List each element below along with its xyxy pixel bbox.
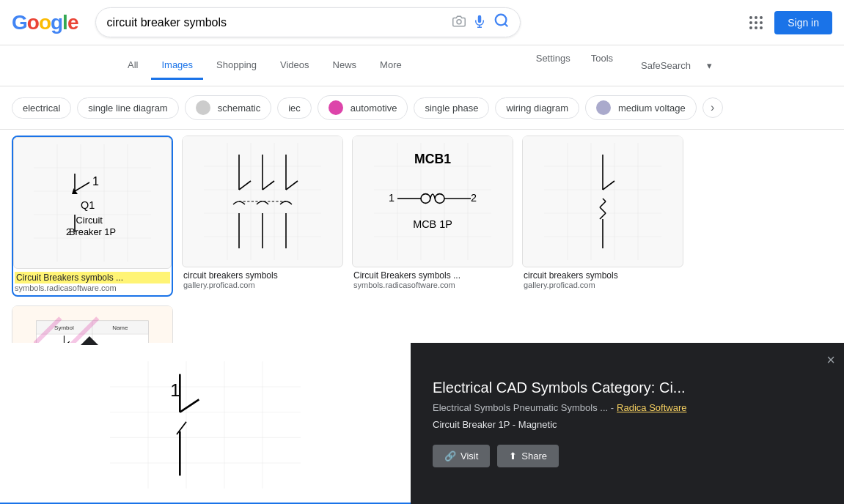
google-logo: Google	[12, 11, 78, 34]
apps-icon[interactable]	[749, 16, 763, 29]
share-icon: ⬆	[509, 451, 517, 462]
visit-label: Visit	[460, 451, 478, 462]
svg-line-19	[75, 182, 89, 191]
svg-text:Q1: Q1	[81, 199, 95, 211]
overlay-subtitle: Electrical Symbols Pneumatic Symbols ...…	[433, 402, 822, 413]
chip-medium-voltage[interactable]: medium voltage	[585, 95, 697, 120]
search-icons	[452, 12, 510, 32]
image-source-3: symbols.radicasoftware.com	[353, 281, 512, 289]
image-title-4: circuit breakers symbols	[524, 270, 682, 281]
chip-schematic[interactable]: schematic	[185, 95, 272, 120]
svg-text:Name: Name	[112, 325, 128, 331]
chip-label: electrical	[23, 103, 60, 114]
svg-line-68	[600, 207, 606, 213]
chip-single-phase[interactable]: single phase	[414, 97, 489, 119]
image-source-1: symbols.radicasoftware.com	[15, 284, 170, 292]
svg-text:Symbol: Symbol	[54, 325, 74, 331]
chip-label: wiring diagram	[506, 103, 568, 114]
nav-right: Settings Tools SafeSearch ▾	[529, 45, 727, 86]
tab-news[interactable]: News	[323, 52, 367, 80]
image-caption-2: circuit breakers symbols gallery.profica…	[182, 267, 343, 292]
overlay-title: Electrical CAD Symbols Category: Ci...	[433, 379, 822, 396]
image-card-4[interactable]: circuit breakers symbols gallery.profica…	[522, 136, 683, 297]
cb1p-svg: 1 Q1 Circuit Breaker 1P 2	[34, 144, 151, 262]
svg-text:MCB1: MCB1	[414, 152, 451, 166]
image-card-3[interactable]: MCB1 1 2 MCB 1P Circuit Breakers symbols…	[352, 136, 513, 297]
image-source-4: gallery.proficad.com	[524, 281, 682, 289]
svg-text:MCB 1P: MCB 1P	[413, 218, 452, 230]
chip-electrical[interactable]: electrical	[12, 97, 71, 119]
tab-all[interactable]: All	[117, 52, 148, 80]
chip-single-line-diagram[interactable]: single line diagram	[77, 97, 178, 119]
image-source-2: gallery.proficad.com	[183, 281, 342, 289]
search-input[interactable]: circuit breaker symbols	[106, 16, 445, 29]
svg-text:1: 1	[92, 175, 99, 188]
chip-label: medium voltage	[618, 103, 686, 114]
chip-iec[interactable]: iec	[277, 97, 312, 119]
svg-text:2: 2	[471, 192, 477, 204]
share-button[interactable]: ⬆ Share	[497, 445, 559, 467]
visit-button[interactable]: 🔗 Visit	[433, 445, 490, 467]
svg-line-38	[286, 181, 298, 190]
overlay-image-content: 1	[15, 360, 396, 468]
search-button[interactable]	[493, 12, 510, 32]
svg-line-32	[239, 181, 251, 190]
overlay-image-panel: 1	[0, 343, 411, 468]
svg-point-52	[421, 194, 430, 204]
image-thumb-4	[522, 136, 683, 267]
overlay: 1 Electrical CAD Symbols Category: Ci...…	[0, 343, 844, 468]
cb3p-svg	[204, 143, 321, 260]
image-caption-1: Circuit Breakers symbols ... symbols.rad…	[13, 269, 172, 295]
chip-thumb	[329, 100, 343, 115]
sign-in-button[interactable]: Sign in	[774, 11, 832, 34]
overlay-info-panel: Electrical CAD Symbols Category: Ci... E…	[411, 343, 844, 468]
image-title-3: Circuit Breakers symbols ...	[353, 270, 512, 281]
external-link-icon: 🔗	[444, 451, 456, 462]
chip-label: single phase	[425, 103, 478, 114]
header-right: Sign in	[749, 11, 832, 34]
image-caption-3: Circuit Breakers symbols ... symbols.rad…	[352, 267, 513, 292]
share-label: Share	[521, 451, 547, 462]
chip-automotive[interactable]: automotive	[318, 95, 408, 120]
image-thumb-3: MCB1 1 2 MCB 1P	[352, 136, 513, 267]
svg-line-66	[603, 181, 614, 190]
svg-point-53	[435, 194, 444, 204]
settings-link[interactable]: Settings	[529, 45, 578, 86]
close-button[interactable]: ×	[826, 352, 835, 368]
chevron-down-icon: ▾	[700, 53, 719, 78]
image-caption-4: circuit breakers symbols gallery.profica…	[522, 267, 683, 292]
tools-link[interactable]: Tools	[584, 45, 620, 86]
overlay-subtitle-text: Electrical Symbols Pneumatic Symbols ...…	[433, 402, 614, 413]
chip-label: schematic	[218, 103, 261, 114]
chip-label: iec	[288, 103, 301, 114]
header: Google circuit breaker symbols	[0, 0, 844, 45]
overlay-buttons: 🔗 Visit ⬆ Share	[433, 445, 822, 467]
svg-line-108	[180, 399, 199, 412]
image-thumb-1: 1 Q1 Circuit Breaker 1P 2	[13, 137, 172, 269]
overlay-description: Circuit Breaker 1P - Magnetic	[433, 419, 822, 430]
search-bar: circuit breaker symbols	[95, 7, 521, 37]
svg-line-70	[603, 199, 606, 201]
triangle-indicator	[81, 336, 98, 345]
tab-more[interactable]: More	[370, 52, 412, 80]
tab-videos[interactable]: Videos	[270, 52, 320, 80]
svg-line-69	[600, 201, 606, 207]
chip-thumb	[196, 100, 210, 115]
tab-images[interactable]: Images	[151, 52, 203, 80]
chips-next-arrow[interactable]: ›	[702, 97, 723, 118]
filter-chips: electrical single line diagram schematic…	[0, 86, 844, 130]
camera-icon[interactable]	[452, 15, 466, 31]
svg-text:2: 2	[66, 226, 71, 237]
svg-text:1: 1	[389, 192, 395, 204]
svg-line-67	[600, 213, 606, 219]
tab-shopping[interactable]: Shopping	[206, 52, 267, 80]
image-card-2[interactable]: circuit breakers symbols gallery.profica…	[182, 136, 343, 297]
chip-wiring-diagram[interactable]: wiring diagram	[495, 97, 579, 119]
nav-tabs: All Images Shopping Videos News More Set…	[0, 45, 844, 86]
image-title-2: circuit breakers symbols	[183, 270, 342, 281]
svg-text:Breaker 1P: Breaker 1P	[69, 226, 116, 237]
chip-thumb	[596, 100, 611, 115]
image-card-1[interactable]: 1 Q1 Circuit Breaker 1P 2 Circuit Breake…	[12, 136, 173, 297]
mic-icon[interactable]	[473, 15, 486, 31]
safesearch[interactable]: SafeSearch ▾	[626, 45, 727, 86]
